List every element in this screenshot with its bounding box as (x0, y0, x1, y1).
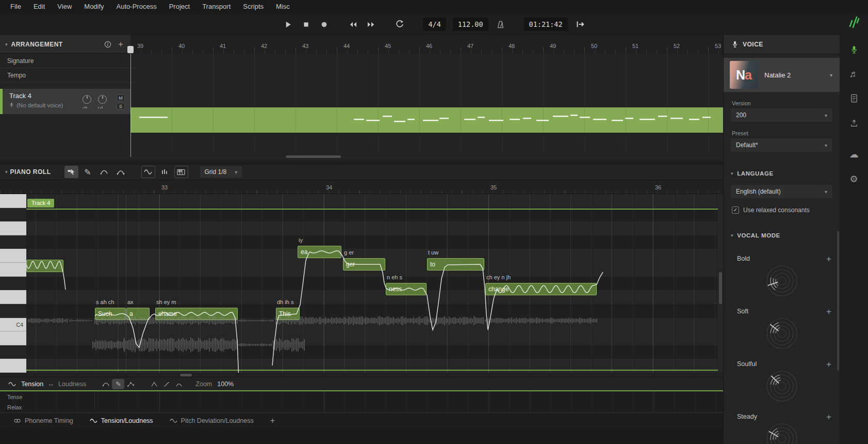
grid-size-dropdown[interactable]: Grid 1/8 (200, 166, 242, 178)
settings-gear-icon[interactable]: ⚙ (849, 175, 858, 184)
collapse-piano-roll-icon[interactable]: ▾ (5, 169, 8, 175)
info-icon[interactable] (103, 40, 112, 49)
track-clip[interactable] (130, 107, 723, 133)
swap-parameters-icon[interactable]: ↔ (47, 380, 54, 388)
piano-key[interactable] (0, 304, 26, 318)
piano-roll-note[interactable] (26, 260, 63, 272)
loop-button[interactable] (394, 19, 405, 30)
collapse-arrangement-icon[interactable]: ▾ (5, 42, 8, 47)
keyboard-view-toggle[interactable] (174, 166, 188, 178)
scroll-thumb[interactable] (286, 155, 341, 158)
active-track-chip[interactable]: Track 4 (27, 199, 54, 208)
signature-row[interactable]: Signature (0, 54, 138, 68)
play-button[interactable] (282, 19, 293, 30)
tempo-row[interactable]: Tempo (0, 68, 138, 83)
zoom-value[interactable]: 100% (217, 380, 234, 388)
mute-button[interactable]: M (117, 94, 125, 101)
scroll-thumb[interactable] (180, 374, 192, 376)
piano-key[interactable] (0, 263, 26, 277)
rewind-button[interactable] (347, 19, 358, 30)
track-volume-knob[interactable] (83, 95, 91, 104)
shape-peak-icon[interactable] (148, 379, 160, 389)
note-canvas[interactable]: Suchs ah chaaxshamesh ey mThisdh ih seai… (26, 194, 718, 373)
shape-sigmoid-icon[interactable] (160, 379, 173, 389)
pitch-view-toggle[interactable] (141, 166, 155, 178)
menu-project[interactable]: Project (163, 0, 196, 13)
render-export-icon[interactable] (850, 119, 858, 128)
tension-tab[interactable]: Tension (21, 380, 43, 388)
menu-misc[interactable]: Misc (270, 0, 296, 13)
param-curve-tool[interactable] (100, 379, 112, 389)
loudness-tab[interactable]: Loudness (58, 380, 86, 388)
menu-file[interactable]: File (4, 0, 27, 13)
piano-roll-note[interactable]: to (427, 258, 484, 271)
add-parameter-tab-button[interactable]: + (270, 416, 275, 425)
vocal-mode-section-header[interactable]: VOCAL MODE (731, 232, 780, 239)
track-header[interactable]: Track 4 (No default voice) M S (0, 89, 130, 114)
phoneme-label[interactable]: ax (127, 299, 134, 305)
metronome-icon[interactable] (495, 19, 506, 30)
piano-roll-ruler[interactable]: 33343536 (0, 180, 723, 194)
menu-transport[interactable]: Transport (196, 0, 237, 13)
piano-key[interactable] (0, 331, 26, 345)
piano-key[interactable] (0, 359, 26, 373)
track-pan-knob[interactable] (98, 95, 107, 104)
language-section-header[interactable]: LANGUAGE (731, 170, 774, 177)
phoneme-label[interactable]: t uw (428, 249, 438, 256)
voice-panel-icon[interactable] (850, 45, 858, 55)
piano-roll-note[interactable]: ness (386, 283, 427, 295)
menu-scripts[interactable]: Scripts (237, 0, 270, 13)
vocal-mode-knob[interactable] (762, 261, 801, 300)
piano-key[interactable] (0, 208, 26, 222)
add-mode-button[interactable]: + (826, 412, 831, 422)
arrangement-hscrollbar[interactable] (130, 154, 723, 159)
piano-key[interactable] (0, 235, 26, 249)
pointer-tool[interactable] (64, 166, 78, 178)
menu-edit[interactable]: Edit (27, 0, 51, 13)
piano-roll-note[interactable]: shame (155, 308, 238, 320)
vocal-mode-knob[interactable] (762, 367, 801, 406)
voice-panel-scrollbar[interactable] (837, 231, 839, 371)
piano-key[interactable] (0, 221, 26, 235)
preset-dropdown[interactable]: Default* (731, 138, 832, 152)
note-properties-icon[interactable]: ♬ (849, 69, 859, 78)
record-button[interactable] (318, 19, 330, 30)
parameter-area[interactable]: Tense Relax (0, 390, 723, 413)
solo-button[interactable]: S (117, 103, 125, 109)
piano-key[interactable] (0, 249, 26, 263)
shape-arch-icon[interactable] (173, 379, 185, 389)
tab-tension-loudness[interactable]: Tension/Loudness (90, 417, 153, 424)
tempo-display[interactable]: 112.00 (453, 18, 488, 31)
loudness-view-toggle[interactable] (158, 166, 172, 178)
piano-key[interactable]: C4 (0, 318, 26, 332)
tab-pitch-deviation-loudness[interactable]: Pitch Deviation/Loudness (170, 417, 254, 424)
curve-pencil-tool[interactable] (114, 166, 128, 178)
menu-modify[interactable]: Modify (78, 0, 110, 13)
version-dropdown[interactable]: 200 (731, 108, 832, 122)
phoneme-label[interactable]: iy (299, 237, 303, 243)
parameter-panel-icon[interactable] (8, 381, 16, 387)
piano-roll-note[interactable]: ea (298, 246, 341, 258)
arrangement-ruler[interactable]: 394041424344454647484950515253 (130, 35, 723, 54)
curve-tool[interactable] (97, 166, 111, 178)
piano-roll-vscrollbar[interactable] (719, 272, 722, 304)
playhead-handle[interactable] (127, 46, 134, 53)
pencil-tool[interactable]: ✎ (81, 166, 95, 178)
add-mode-button[interactable]: + (826, 254, 831, 264)
voice-selector[interactable]: Na Natalie 2 ▾ (724, 58, 840, 92)
piano-roll-note[interactable]: This (276, 308, 300, 320)
piano-roll-note[interactable]: Such (95, 308, 126, 320)
cloud-icon[interactable]: ☁ (849, 150, 859, 159)
vocal-mode-knob[interactable] (762, 314, 801, 353)
phoneme-label[interactable]: sh ey m (156, 299, 176, 305)
lyrics-panel-icon[interactable] (850, 94, 858, 103)
piano-roll-note[interactable]: a (126, 308, 150, 320)
time-signature-display[interactable]: 4/4 (423, 18, 446, 31)
phoneme-label[interactable]: n eh s (387, 274, 402, 280)
add-mode-button[interactable]: + (826, 307, 831, 317)
phoneme-label[interactable]: ch ey n jh (486, 274, 511, 280)
stop-button[interactable] (300, 19, 312, 30)
phoneme-label[interactable]: dh ih s (277, 299, 293, 305)
fast-forward-button[interactable] (365, 19, 376, 30)
menu-view[interactable]: View (51, 0, 78, 13)
